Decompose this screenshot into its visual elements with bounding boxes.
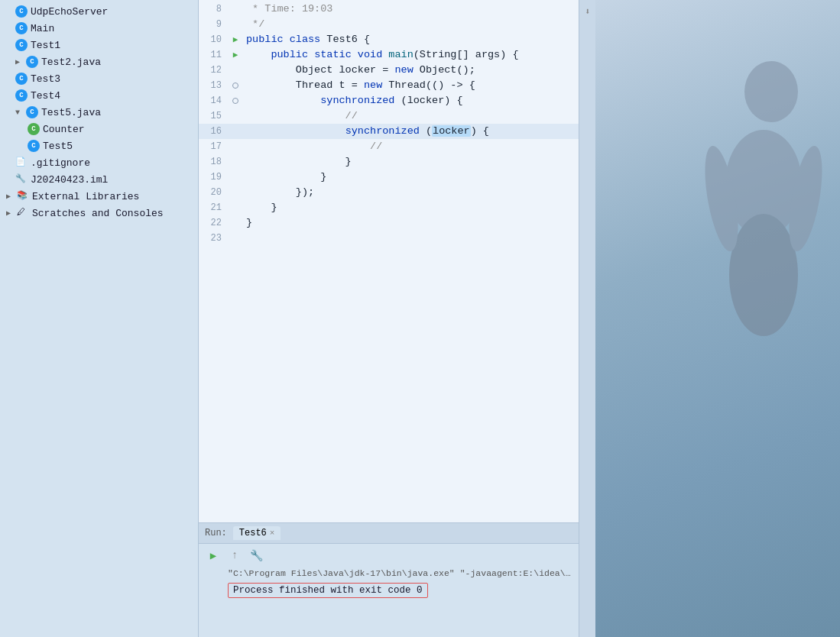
tree-label: Test3 xyxy=(31,73,60,85)
exit-code-box: Process finished with exit code 0 xyxy=(228,583,428,598)
line-number: 10 xyxy=(199,32,228,47)
code-line-9: 9 */ xyxy=(199,17,579,32)
line-number: 14 xyxy=(199,93,228,108)
tree-item-test3[interactable]: C Test3 xyxy=(0,70,198,87)
line-content: synchronized (locker) { xyxy=(243,93,579,108)
code-line-13: 13 Thread t = new Thread(() -> { xyxy=(199,78,579,93)
tree-label: Test4 xyxy=(31,90,60,102)
class-icon: C xyxy=(28,123,40,135)
tree-label: Counter xyxy=(43,124,85,135)
tree-label: Test5.java xyxy=(41,107,101,118)
line-content: } xyxy=(243,170,579,185)
scroll-up-button[interactable]: ↑ xyxy=(226,547,243,564)
line-gutter xyxy=(228,98,243,104)
code-line-14: 14 synchronized (locker) { xyxy=(199,93,579,108)
code-line-19: 19 } xyxy=(199,170,579,185)
tree-label: Test5 xyxy=(43,141,73,152)
chevron-right-icon: ▶ xyxy=(6,209,15,218)
tree-label: Scratches and Consoles xyxy=(32,208,164,219)
line-number: 21 xyxy=(199,200,228,215)
project-tree: C UdpEchoServer C Main C Test1 ▶ C Test2… xyxy=(0,0,198,637)
tree-item-test4[interactable]: C Test4 xyxy=(0,87,198,104)
line-number: 16 xyxy=(199,124,228,139)
line-number: 22 xyxy=(199,215,228,231)
line-content: }); xyxy=(243,185,579,200)
line-content: } xyxy=(243,200,579,215)
tree-item-counter[interactable]: C Counter xyxy=(0,121,198,137)
code-line-17: 17 // xyxy=(199,139,579,154)
tree-label: .gitignore xyxy=(31,157,90,169)
line-content: Object locker = new Object(); xyxy=(243,63,579,78)
class-icon: C xyxy=(15,39,28,51)
chevron-down-icon: ▼ xyxy=(15,108,24,117)
line-content: public class Test6 { xyxy=(243,32,579,47)
run-label: Run: xyxy=(205,528,227,538)
line-number: 8 xyxy=(199,2,228,17)
svg-point-2 xyxy=(729,214,798,336)
svg-point-0 xyxy=(744,61,798,122)
tree-label: J20240423.iml xyxy=(31,174,108,186)
iml-icon: 🔧 xyxy=(15,173,28,186)
tree-item-test1[interactable]: C Test1 xyxy=(0,37,198,53)
right-panel xyxy=(595,0,840,637)
code-line-18: 18 } xyxy=(199,154,579,170)
run-button[interactable]: ▶ xyxy=(205,547,222,564)
tree-item-test5java[interactable]: ▼ C Test5.java xyxy=(0,104,198,121)
chevron-right-icon: ▶ xyxy=(6,192,15,201)
editor-area: 8 * Time: 19:03 9 */ 10 ▶ public class T… xyxy=(199,0,579,637)
line-number: 19 xyxy=(199,170,228,185)
code-line-20: 20 }); xyxy=(199,185,579,200)
settings-button[interactable]: 🔧 xyxy=(248,547,264,564)
line-number: 9 xyxy=(199,17,228,32)
run-tab-test6[interactable]: Test6 × xyxy=(233,526,281,540)
code-line-10: 10 ▶ public class Test6 { xyxy=(199,32,579,47)
line-number: 23 xyxy=(199,231,228,246)
class-icon: C xyxy=(26,106,38,118)
class-icon: C xyxy=(15,22,28,34)
class-icon: C xyxy=(26,56,38,68)
code-editor[interactable]: 8 * Time: 19:03 9 */ 10 ▶ public class T… xyxy=(199,0,579,522)
photo-background xyxy=(595,0,840,637)
line-content: // xyxy=(243,108,579,124)
tree-label: Test2.java xyxy=(41,57,101,68)
code-line-16: 16 synchronized (locker) { xyxy=(199,124,579,139)
side-action-bar: ⬇ xyxy=(579,0,595,637)
command-line: "C:\Program Files\Java\jdk-17\bin\java.e… xyxy=(228,568,572,578)
tree-item-main[interactable]: C Main xyxy=(0,20,198,37)
person-silhouette xyxy=(672,46,825,390)
tree-label: Test1 xyxy=(31,40,60,51)
breakpoint-indicator xyxy=(232,82,238,89)
class-icon: C xyxy=(28,140,40,152)
tree-item-extlibs[interactable]: ▶ 📚 External Libraries xyxy=(0,188,198,205)
run-tab-label: Test6 xyxy=(239,528,267,538)
tree-item-test5[interactable]: C Test5 xyxy=(0,137,198,154)
line-content: synchronized (locker) { xyxy=(243,124,579,139)
run-toolbar: ▶ ↑ 🔧 xyxy=(199,544,579,567)
line-number: 11 xyxy=(199,47,228,63)
line-content: public static void main(String[] args) { xyxy=(243,47,579,63)
code-line-21: 21 } xyxy=(199,200,579,215)
tree-item-test2[interactable]: ▶ C Test2.java xyxy=(0,53,198,70)
run-indicator: ▶ xyxy=(233,32,238,47)
line-number: 12 xyxy=(199,63,228,78)
tree-label: External Libraries xyxy=(32,191,139,202)
project-sidebar: C UdpEchoServer C Main C Test1 ▶ C Test2… xyxy=(0,0,199,637)
tree-item-gitignore[interactable]: 📄 .gitignore xyxy=(0,154,198,171)
line-number: 13 xyxy=(199,78,228,93)
line-content: } xyxy=(243,154,579,170)
run-output: "C:\Program Files\Java\jdk-17\bin\java.e… xyxy=(199,567,579,637)
line-number: 18 xyxy=(199,154,228,170)
breakpoint-indicator xyxy=(232,98,238,104)
line-gutter: ▶ xyxy=(228,32,243,47)
close-tab-button[interactable]: × xyxy=(270,529,275,538)
side-down-button[interactable]: ⬇ xyxy=(579,3,596,20)
tree-item-scratches[interactable]: ▶ 🖊 Scratches and Consoles xyxy=(0,205,198,221)
class-icon: C xyxy=(15,5,28,18)
line-content: */ xyxy=(243,17,579,32)
tree-item-udpechoserver[interactable]: C UdpEchoServer xyxy=(0,3,198,20)
tree-item-iml[interactable]: 🔧 J20240423.iml xyxy=(0,171,198,188)
line-number: 15 xyxy=(199,108,228,124)
line-number: 17 xyxy=(199,139,228,154)
scratch-icon: 🖊 xyxy=(17,207,29,219)
code-line-8: 8 * Time: 19:03 xyxy=(199,2,579,17)
